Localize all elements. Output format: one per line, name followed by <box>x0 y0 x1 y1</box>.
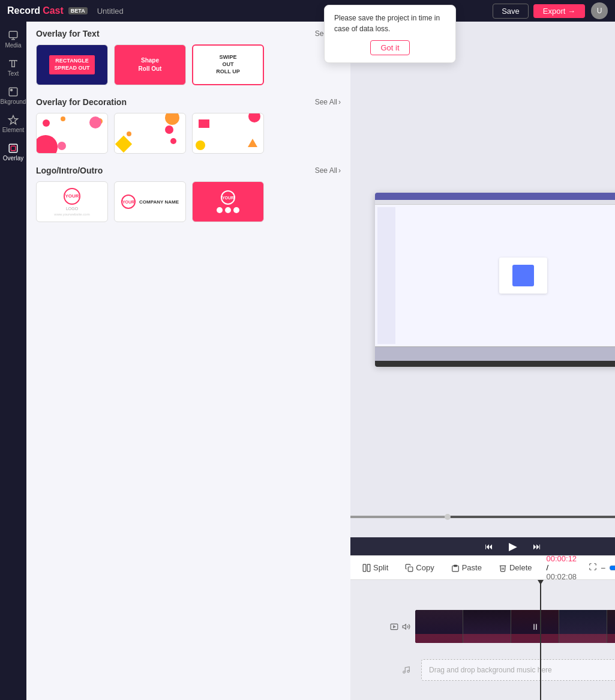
music-track-controls <box>350 666 415 674</box>
svg-rect-4 <box>9 144 17 152</box>
user-avatar[interactable]: U <box>591 2 608 19</box>
overlay-card-deco3[interactable] <box>192 113 264 154</box>
overlay-card-logo1[interactable]: YOUR LOGO www.yourwebsite.com <box>36 181 108 222</box>
sidebar-element-label: Element <box>2 127 25 133</box>
zoom-slider[interactable] <box>609 563 615 573</box>
sidebar-item-overlay[interactable]: Overlay <box>0 139 26 165</box>
preview-topbar <box>375 193 615 200</box>
sidebar-overlay-label: Overlay <box>3 155 23 161</box>
playhead <box>540 580 541 700</box>
paste-button[interactable]: Paste <box>449 562 484 573</box>
sidebar-text-label: Text <box>8 70 19 77</box>
delete-button[interactable]: Delete <box>496 562 535 573</box>
svg-marker-3 <box>9 116 18 124</box>
preview-main-content <box>398 207 615 344</box>
export-button[interactable]: Export → <box>533 4 585 18</box>
play-pause-button[interactable]: ▶ <box>505 538 521 555</box>
overlay-deco-see-all[interactable]: See All › <box>315 98 341 106</box>
sidebar-item-element[interactable]: Element <box>0 111 26 137</box>
svg-rect-8 <box>409 567 413 572</box>
overlay-card-swipe-out[interactable]: SWIPE OUT ROLL UP <box>192 44 264 85</box>
paste-icon <box>451 564 460 572</box>
zoom-controls: − + <box>589 563 615 573</box>
video-thumb-2 <box>463 610 511 643</box>
preview-card <box>499 258 547 294</box>
logo-intro-header: Logo/Intro/Outro See All › <box>36 166 341 175</box>
preview-screen <box>375 193 615 367</box>
overlay-deco-title: Overlay for Decoration <box>36 97 127 107</box>
sidebar-item-text[interactable]: Text <box>0 55 26 80</box>
rewind-button[interactable]: ⏮ <box>481 538 497 555</box>
sidebar-item-background[interactable]: Bkground <box>0 83 26 109</box>
overlay-card-deco1[interactable] <box>36 113 108 154</box>
svg-rect-11 <box>391 624 398 629</box>
bkground-icon <box>8 86 19 97</box>
overlay-text-title: Overlay for Text <box>36 29 100 38</box>
sidebar-item-media[interactable]: Media <box>0 26 26 52</box>
video-strip[interactable] <box>415 610 615 643</box>
overlay-deco-header: Overlay for Decoration See All › <box>36 97 341 107</box>
logo1-circle: YOUR <box>64 188 80 205</box>
video-thumb-3 <box>511 610 559 643</box>
preview-area <box>350 22 615 537</box>
timeline-area: Drag and drop background music here <box>350 580 615 700</box>
overlay-card-deco2[interactable] <box>114 113 186 154</box>
sidebar-media-label: Media <box>5 42 21 49</box>
progress-bar-container <box>350 516 615 518</box>
toolbar-bar: Split Copy Paste Delete 00:00:12 / <box>350 556 615 580</box>
logo2-circle: YOUR <box>121 195 136 209</box>
svg-rect-5 <box>11 146 16 151</box>
video-thumb-5 <box>607 610 615 643</box>
logo-intro-section: Logo/Intro/Outro See All › YOUR LOGO www… <box>36 166 341 222</box>
logo3-social-icons <box>217 207 239 213</box>
split-button[interactable]: Split <box>360 562 391 573</box>
logo-intro-title: Logo/Intro/Outro <box>36 166 103 175</box>
music-icon <box>402 666 410 674</box>
overlay-card-logo2[interactable]: YOUR COMPANY NAME <box>114 181 186 222</box>
svg-point-12 <box>403 671 406 674</box>
app-logo: Record Cast BETA <box>7 5 88 16</box>
preview-toolbar <box>375 200 615 205</box>
sidebar: Media Text Bkground Element Overlay <box>0 22 26 700</box>
preview-bottom-bar <box>375 361 615 367</box>
social-icon-2 <box>225 207 231 213</box>
save-tooltip: Please save the project in time in case … <box>324 5 456 63</box>
playback-bar: ⏮ ▶ ⏭ <box>350 537 615 555</box>
project-title[interactable]: Untitled <box>97 7 124 16</box>
time-display: 00:00:12 / 00:02:08 <box>546 554 577 581</box>
logo-cast-text: Cast <box>43 5 64 16</box>
overlay-card-shape-roll[interactable]: Shape Roll Out <box>114 44 186 85</box>
svg-rect-1 <box>9 88 17 96</box>
right-panel: ⏮ ▶ ⏭ Split Copy Paste <box>350 22 615 700</box>
overlay-deco-section: Overlay for Decoration See All › <box>36 97 341 154</box>
logo3-circle: YOUR <box>221 190 235 205</box>
logo2-company-name: COMPANY NAME <box>139 199 179 205</box>
track-controls <box>350 623 415 631</box>
copy-button[interactable]: Copy <box>403 562 436 573</box>
zoom-fit-button[interactable] <box>589 563 597 573</box>
logo-record-text: Record <box>7 5 40 16</box>
got-it-button[interactable]: Got it <box>370 40 409 55</box>
overlay-card-logo3[interactable]: YOUR <box>192 181 264 222</box>
logo-intro-see-all[interactable]: See All › <box>315 166 341 175</box>
logo1-tagline: www.yourwebsite.com <box>54 213 89 216</box>
save-tooltip-message: Please save the project in time in case … <box>334 13 446 34</box>
zoom-out-button[interactable]: − <box>601 563 605 573</box>
progress-thumb[interactable] <box>445 514 451 520</box>
bottom-section: Split Copy Paste Delete 00:00:12 / <box>350 555 615 700</box>
sidebar-bkground-label: Bkground <box>1 98 26 105</box>
svg-rect-0 <box>9 31 17 38</box>
svg-point-2 <box>11 89 13 91</box>
save-button[interactable]: Save <box>493 4 529 19</box>
main-layout: Media Text Bkground Element Overlay Over… <box>0 22 615 700</box>
music-drop-area[interactable]: Drag and drop background music here <box>421 659 615 681</box>
fast-forward-button[interactable]: ⏭ <box>529 538 545 555</box>
card-swipe-out-text: SWIPE OUT ROLL UP <box>216 54 239 75</box>
overlay-text-grid: RECTANGLE SPREAD OUT Shape Roll Out SWIP… <box>36 44 341 85</box>
card-rect-spread-text: RECTANGLE SPREAD OUT <box>49 55 94 74</box>
progress-fill <box>350 516 448 518</box>
overlay-card-rect-spread[interactable]: RECTANGLE SPREAD OUT <box>36 44 108 85</box>
text-icon <box>8 58 19 69</box>
element-icon <box>8 115 19 125</box>
delete-icon <box>499 564 507 572</box>
